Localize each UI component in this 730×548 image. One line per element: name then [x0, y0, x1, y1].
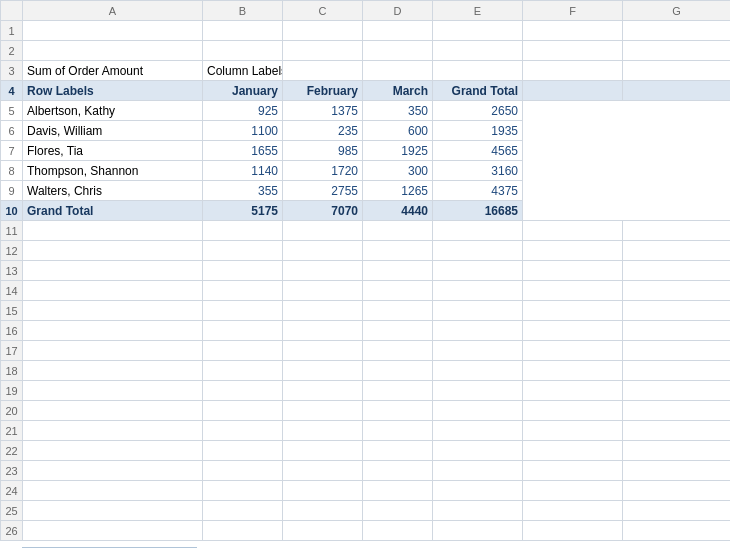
cell-r10-c0[interactable]: 10 [1, 201, 23, 221]
cell-r4-c7[interactable] [623, 81, 731, 101]
cell-r7-c1[interactable]: Flores, Tia [23, 141, 203, 161]
cell-r15-c6[interactable] [523, 301, 623, 321]
cell-r21-c7[interactable] [623, 421, 731, 441]
cell-r26-c6[interactable] [523, 521, 623, 541]
cell-r2-c7[interactable] [623, 41, 731, 61]
cell-r20-c5[interactable] [433, 401, 523, 421]
cell-r16-c7[interactable] [623, 321, 731, 341]
cell-r11-c2[interactable] [203, 221, 283, 241]
cell-r15-c1[interactable] [23, 301, 203, 321]
cell-r4-c2[interactable]: January [203, 81, 283, 101]
cell-r18-c2[interactable] [203, 361, 283, 381]
cell-r8-c0[interactable]: 8 [1, 161, 23, 181]
cell-r24-c5[interactable] [433, 481, 523, 501]
cell-r6-c3[interactable]: 235 [283, 121, 363, 141]
cell-r13-c3[interactable] [283, 261, 363, 281]
cell-r13-c0[interactable]: 13 [1, 261, 23, 281]
cell-r7-c2[interactable]: 1655 [203, 141, 283, 161]
cell-r20-c1[interactable] [23, 401, 203, 421]
cell-r3-c4[interactable] [363, 61, 433, 81]
cell-r18-c1[interactable] [23, 361, 203, 381]
cell-r5-c4[interactable]: 350 [363, 101, 433, 121]
cell-r10-c1[interactable]: Grand Total [23, 201, 203, 221]
cell-r12-c4[interactable] [363, 241, 433, 261]
cell-r4-c4[interactable]: March [363, 81, 433, 101]
cell-r6-c0[interactable]: 6 [1, 121, 23, 141]
cell-r17-c0[interactable]: 17 [1, 341, 23, 361]
cell-r19-c3[interactable] [283, 381, 363, 401]
cell-r21-c6[interactable] [523, 421, 623, 441]
cell-r19-c2[interactable] [203, 381, 283, 401]
cell-r3-c6[interactable] [523, 61, 623, 81]
cell-r23-c0[interactable]: 23 [1, 461, 23, 481]
cell-r4-c0[interactable]: 4 [1, 81, 23, 101]
cell-r24-c0[interactable]: 24 [1, 481, 23, 501]
cell-r25-c6[interactable] [523, 501, 623, 521]
cell-r20-c2[interactable] [203, 401, 283, 421]
cell-r13-c6[interactable] [523, 261, 623, 281]
cell-r17-c7[interactable] [623, 341, 731, 361]
cell-r22-c7[interactable] [623, 441, 731, 461]
cell-r12-c3[interactable] [283, 241, 363, 261]
cell-r3-c2[interactable]: Column Labels ▼ [203, 61, 283, 81]
cell-r4-c3[interactable]: February [283, 81, 363, 101]
cell-r23-c4[interactable] [363, 461, 433, 481]
cell-r21-c1[interactable] [23, 421, 203, 441]
cell-r2-c3[interactable] [283, 41, 363, 61]
cell-r2-c1[interactable] [23, 41, 203, 61]
cell-r20-c3[interactable] [283, 401, 363, 421]
cell-r12-c6[interactable] [523, 241, 623, 261]
cell-r15-c5[interactable] [433, 301, 523, 321]
cell-r19-c4[interactable] [363, 381, 433, 401]
cell-r15-c2[interactable] [203, 301, 283, 321]
cell-r14-c4[interactable] [363, 281, 433, 301]
cell-r2-c2[interactable] [203, 41, 283, 61]
cell-r11-c6[interactable] [523, 221, 623, 241]
cell-r20-c7[interactable] [623, 401, 731, 421]
cell-r21-c5[interactable] [433, 421, 523, 441]
cell-r9-c5[interactable]: 4375 [433, 181, 523, 201]
cell-r1-c7[interactable] [623, 21, 731, 41]
cell-r14-c5[interactable] [433, 281, 523, 301]
cell-r1-c1[interactable] [23, 21, 203, 41]
cell-r20-c4[interactable] [363, 401, 433, 421]
cell-r9-c4[interactable]: 1265 [363, 181, 433, 201]
cell-r4-c1[interactable]: Row Labels [23, 81, 203, 101]
cell-r23-c3[interactable] [283, 461, 363, 481]
cell-r3-c5[interactable] [433, 61, 523, 81]
cell-r3-c1[interactable]: Sum of Order Amount [23, 61, 203, 81]
cell-r17-c1[interactable] [23, 341, 203, 361]
cell-r19-c7[interactable] [623, 381, 731, 401]
cell-r3-c3[interactable] [283, 61, 363, 81]
cell-r22-c4[interactable] [363, 441, 433, 461]
cell-r24-c4[interactable] [363, 481, 433, 501]
cell-r22-c3[interactable] [283, 441, 363, 461]
cell-r23-c1[interactable] [23, 461, 203, 481]
cell-r26-c0[interactable]: 26 [1, 521, 23, 541]
cell-r8-c4[interactable]: 300 [363, 161, 433, 181]
cell-r21-c3[interactable] [283, 421, 363, 441]
cell-r16-c6[interactable] [523, 321, 623, 341]
cell-r25-c2[interactable] [203, 501, 283, 521]
cell-r15-c4[interactable] [363, 301, 433, 321]
cell-r10-c5[interactable]: 16685 [433, 201, 523, 221]
cell-r11-c1[interactable] [23, 221, 203, 241]
cell-r7-c0[interactable]: 7 [1, 141, 23, 161]
cell-r9-c3[interactable]: 2755 [283, 181, 363, 201]
cell-r13-c7[interactable] [623, 261, 731, 281]
cell-r20-c6[interactable] [523, 401, 623, 421]
cell-r22-c0[interactable]: 22 [1, 441, 23, 461]
cell-r17-c5[interactable] [433, 341, 523, 361]
cell-r15-c0[interactable]: 15 [1, 301, 23, 321]
cell-r19-c1[interactable] [23, 381, 203, 401]
cell-r12-c5[interactable] [433, 241, 523, 261]
cell-r24-c7[interactable] [623, 481, 731, 501]
cell-r17-c4[interactable] [363, 341, 433, 361]
cell-r23-c5[interactable] [433, 461, 523, 481]
cell-r6-c4[interactable]: 600 [363, 121, 433, 141]
cell-r13-c4[interactable] [363, 261, 433, 281]
cell-r26-c2[interactable] [203, 521, 283, 541]
cell-r18-c7[interactable] [623, 361, 731, 381]
cell-r5-c5[interactable]: 2650 [433, 101, 523, 121]
cell-r1-c4[interactable] [363, 21, 433, 41]
